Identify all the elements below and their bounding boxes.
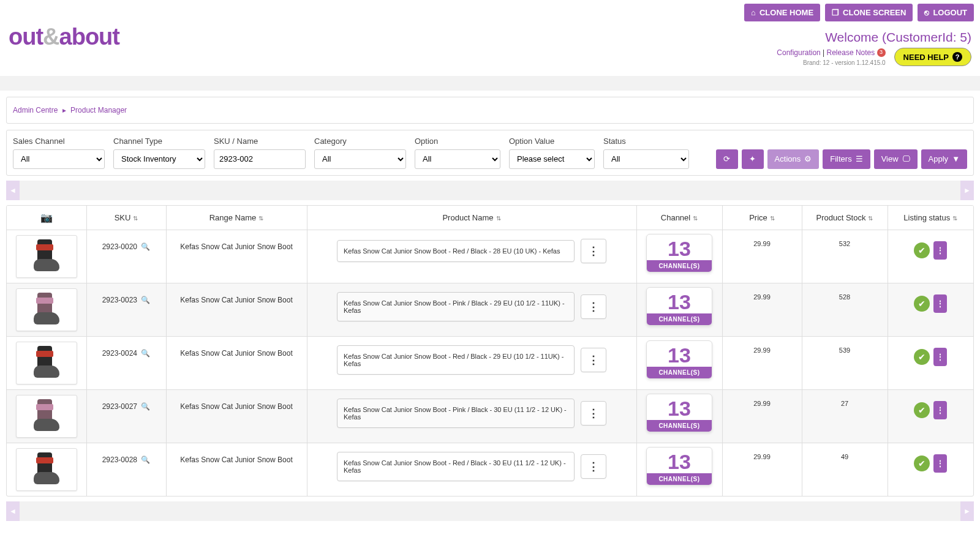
product-table: 📷 SKU⇅ Range Name⇅ Product Name⇅ Channel… (7, 206, 973, 496)
gear-icon: ⚙ (804, 154, 812, 163)
status-select[interactable]: All (603, 149, 689, 169)
refresh-button[interactable]: ⟳ (716, 149, 738, 169)
breadcrumb-admin-centre[interactable]: Admin Centre (13, 106, 58, 114)
sort-icon: ⇅ (952, 215, 957, 222)
expand-button[interactable]: ✦ (742, 149, 764, 169)
breadcrumb-product-manager[interactable]: Product Manager (70, 106, 127, 114)
status-menu-button[interactable]: ⋮ (933, 348, 947, 366)
brand-version-text: Brand: 12 - version 1.12.415.0 (777, 58, 885, 67)
price-text: 29.99 (753, 400, 771, 407)
sku-name-input[interactable] (214, 149, 306, 169)
list-icon: ☰ (856, 154, 863, 163)
clone-home-button[interactable]: ⌂ CLONE HOME (744, 4, 820, 21)
status-ok-icon: ✔ (914, 349, 930, 365)
col-range[interactable]: Range Name⇅ (166, 206, 307, 230)
zoom-icon[interactable]: 🔍 (141, 455, 150, 464)
chevron-right-icon: ▸ (62, 106, 66, 114)
product-thumbnail[interactable] (16, 342, 77, 384)
sort-icon: ⇅ (133, 215, 138, 222)
stock-text: 49 (841, 453, 848, 460)
category-select[interactable]: All (314, 149, 406, 169)
status-menu-button[interactable]: ⋮ (933, 294, 947, 313)
stock-text: 539 (839, 347, 850, 354)
col-price[interactable]: Price⇅ (722, 206, 802, 230)
chevron-left-icon: ◄ (9, 186, 17, 195)
zoom-icon[interactable]: 🔍 (141, 402, 150, 411)
product-thumbnail[interactable] (16, 395, 77, 438)
channel-label: CHANNEL(S) (647, 420, 712, 432)
product-thumbnail[interactable] (16, 235, 77, 278)
page-next-button[interactable]: ► (960, 181, 974, 200)
row-menu-button[interactable]: ⋮ (581, 294, 606, 319)
sku-text: 2923-0028 (102, 455, 137, 464)
price-text: 29.99 (753, 453, 771, 460)
channel-card[interactable]: 13 CHANNEL(S) (646, 234, 712, 272)
range-name-text: Kefas Snow Cat Junior Snow Boot (180, 296, 292, 304)
option-value-select[interactable]: Please select (509, 149, 595, 169)
option-value-label: Option Value (509, 137, 595, 146)
status-ok-icon: ✔ (914, 402, 930, 418)
row-menu-button[interactable]: ⋮ (581, 454, 606, 479)
sku-text: 2923-0027 (102, 402, 137, 411)
status-ok-icon: ✔ (914, 296, 930, 312)
filters-button[interactable]: Filters ☰ (823, 149, 870, 169)
col-image[interactable]: 📷 (7, 206, 86, 230)
status-ok-icon: ✔ (914, 242, 930, 258)
stock-text: 528 (839, 293, 850, 301)
page-prev-button-bottom[interactable]: ◄ (6, 501, 20, 521)
table-row: 2923-0020 🔍 Kefas Snow Cat Junior Snow B… (7, 230, 973, 283)
apply-button[interactable]: Apply ▼ (921, 149, 967, 169)
row-menu-button[interactable]: ⋮ (581, 401, 606, 425)
refresh-icon: ⟳ (723, 154, 730, 163)
kebab-icon: ⋮ (937, 299, 944, 308)
option-select[interactable]: All (415, 149, 500, 169)
page-prev-button[interactable]: ◄ (6, 181, 20, 200)
status-menu-button[interactable]: ⋮ (933, 454, 947, 473)
page-next-button-bottom[interactable]: ► (960, 501, 974, 521)
configuration-link[interactable]: Configuration (777, 48, 820, 57)
sku-name-label: SKU / Name (214, 137, 306, 146)
clone-screen-label: CLONE SCREEN (843, 8, 906, 17)
chevron-right-icon: ► (963, 186, 971, 195)
zoom-icon[interactable]: 🔍 (141, 242, 150, 251)
sales-channel-select[interactable]: All (13, 149, 105, 169)
channel-card[interactable]: 13 CHANNEL(S) (646, 394, 712, 432)
product-thumbnail[interactable] (16, 288, 77, 331)
product-thumbnail[interactable] (16, 448, 77, 491)
product-name-input[interactable]: Kefas Snow Cat Junior Snow Boot - Red / … (337, 452, 575, 481)
row-menu-button[interactable]: ⋮ (581, 239, 606, 263)
kebab-icon: ⋮ (588, 353, 599, 367)
channel-label: CHANNEL(S) (647, 260, 712, 272)
channel-card[interactable]: 13 CHANNEL(S) (646, 287, 712, 326)
need-help-button[interactable]: NEED HELP ? (894, 48, 971, 66)
status-menu-button[interactable]: ⋮ (933, 401, 947, 419)
actions-button[interactable]: Actions ⚙ (767, 149, 820, 169)
col-name[interactable]: Product Name⇅ (307, 206, 636, 230)
product-name-input[interactable]: Kefas Snow Cat Junior Snow Boot - Pink /… (337, 292, 575, 321)
range-name-text: Kefas Snow Cat Junior Snow Boot (180, 455, 292, 464)
col-stock[interactable]: Product Stock⇅ (802, 206, 888, 230)
product-name-input[interactable]: Kefas Snow Cat Junior Snow Boot - Pink /… (337, 399, 575, 428)
product-name-input[interactable]: Kefas Snow Cat Junior Snow Boot - Red / … (337, 345, 575, 375)
kebab-icon: ⋮ (588, 300, 599, 313)
col-sku[interactable]: SKU⇅ (86, 206, 166, 230)
channel-type-select[interactable]: Stock Inventory (113, 149, 205, 169)
clone-screen-button[interactable]: ❐ CLONE SCREEN (825, 4, 913, 21)
product-name-input[interactable]: Kefas Snow Cat Junior Snow Boot - Red / … (337, 240, 575, 262)
kebab-icon: ⋮ (588, 407, 599, 420)
zoom-icon[interactable]: 🔍 (141, 349, 150, 358)
col-channel[interactable]: Channel⇅ (636, 206, 722, 230)
row-menu-button[interactable]: ⋮ (581, 348, 606, 372)
price-text: 29.99 (753, 240, 771, 247)
release-notes-link[interactable]: Release Notes (827, 48, 875, 57)
kebab-icon: ⋮ (588, 460, 599, 473)
logout-button[interactable]: ⎋ LOGOUT (918, 4, 974, 21)
status-menu-button[interactable]: ⋮ (933, 241, 947, 260)
col-listing-status[interactable]: Listing status⇅ (888, 206, 973, 230)
logout-icon: ⎋ (924, 8, 929, 17)
zoom-icon[interactable]: 🔍 (141, 296, 150, 304)
channel-label: CHANNEL(S) (647, 313, 712, 325)
view-button[interactable]: View 🖵 (874, 149, 918, 169)
channel-card[interactable]: 13 CHANNEL(S) (646, 447, 712, 485)
channel-card[interactable]: 13 CHANNEL(S) (646, 340, 712, 379)
